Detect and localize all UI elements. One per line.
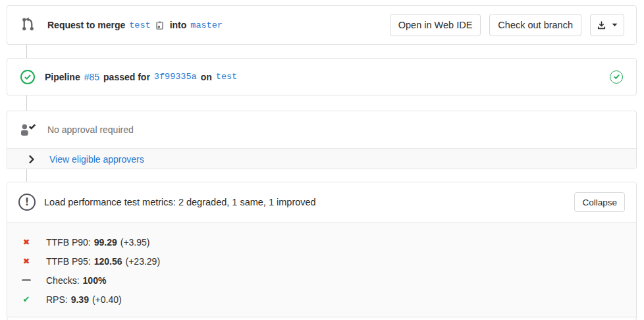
pipeline-status-text: Pipeline #85 passed for 3f99335a on test [45,72,241,82]
load-performance-header: ! Load performance test metrics: 2 degra… [7,182,636,222]
merge-request-widget: Request to merge test into master Open i… [0,0,644,320]
pipeline-success-icon [20,70,35,84]
merge-request-icon [20,16,36,34]
approval-status-text: No approval required [47,124,134,135]
merge-request-header-card: Request to merge test into master Open i… [7,5,637,45]
copy-branch-name-icon[interactable] [155,20,165,30]
metric-row: Checks:100% [7,271,636,290]
caret-down-icon [612,23,618,27]
view-approvers-row[interactable]: View eligible approvers [7,148,636,169]
pipeline-branch-link[interactable]: test [216,72,237,82]
load-performance-summary: Load performance test metrics: 2 degrade… [44,197,316,207]
pipeline-number-link[interactable]: #85 [84,72,99,82]
into-text: into [170,20,187,30]
degraded-icon: ✖ [22,237,31,247]
section-connector-line [26,95,27,111]
section-connector-line [26,169,27,182]
chevron-right-icon[interactable] [29,155,34,163]
open-web-ide-button[interactable]: Open in Web IDE [390,14,481,36]
degraded-icon: ✖ [22,256,31,266]
approvals-card: No approval required View eligible appro… [7,111,637,169]
view-eligible-approvers-link[interactable]: View eligible approvers [49,154,144,165]
commit-sha-link[interactable]: 3f99335a [154,72,197,82]
target-branch-link[interactable]: master [190,20,223,30]
download-icon [597,20,606,30]
approval-status-row: No approval required [7,111,636,148]
request-to-merge-text: Request to merge [47,20,125,30]
user-check-icon [19,123,36,137]
metric-row: ✖TTFB P95:120.56(+23.29) [7,252,636,271]
collapse-button[interactable]: Collapse [574,192,625,212]
same-icon [22,279,31,282]
pipeline-card: Pipeline #85 passed for 3f99335a on test [7,58,637,95]
download-dropdown-button[interactable] [590,14,624,36]
load-performance-card: ! Load performance test metrics: 2 degra… [7,182,637,320]
header-actions: Open in Web IDE Check out branch [390,14,624,36]
pipeline-passed-for-text: passed for [103,72,150,82]
metrics-list: ✖TTFB P90:99.29(+3.95)✖TTFB P95:120.56(+… [7,222,636,317]
pipeline-mini-graph-stage-icon[interactable] [610,70,623,84]
metric-row: ✔RPS:9.39(+0.40) [7,290,636,309]
metric-text: TTFB P90:99.29(+3.95) [46,237,149,248]
exclamation-circle-icon: ! [18,194,36,211]
checkout-branch-button[interactable]: Check out branch [489,14,581,36]
section-connector-line [26,45,27,58]
metric-row: ✖TTFB P90:99.29(+3.95) [7,232,636,252]
pipeline-label: Pipeline [45,72,80,82]
improved-icon: ✔ [22,294,31,304]
merge-request-title: Request to merge test into master [47,20,227,30]
pipeline-on-text: on [201,72,212,82]
metric-text: Checks:100% [46,275,109,286]
metric-text: RPS:9.39(+0.40) [46,294,122,305]
source-branch-link[interactable]: test [129,20,150,30]
metric-text: TTFB P95:120.56(+23.29) [46,256,160,267]
